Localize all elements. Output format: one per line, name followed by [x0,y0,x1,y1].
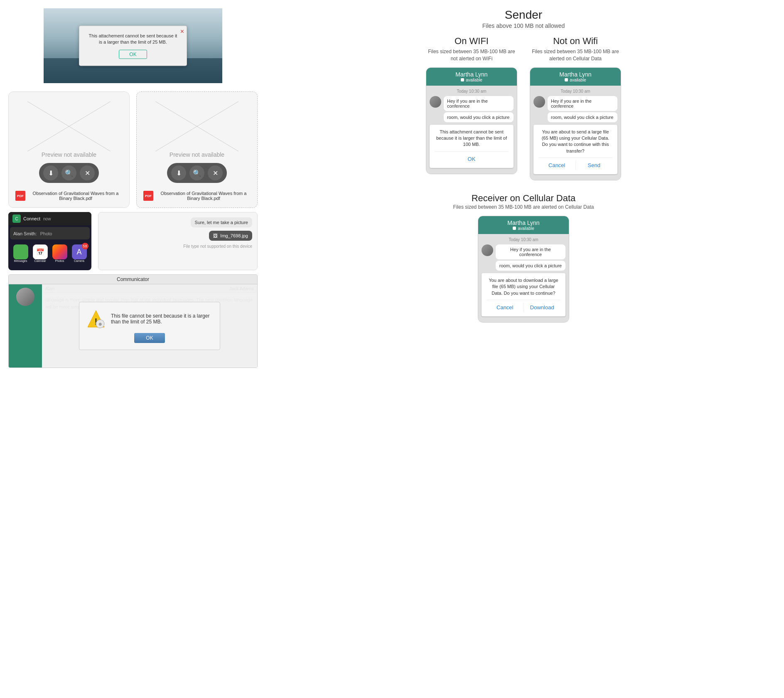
wifi-timestamp: Today 10:30 am [430,89,514,94]
communicator-title: Communicator [9,275,257,284]
search-button-1[interactable]: 🔍 [61,165,76,180]
communicator-error-message: This file cannot be sent because it is a… [111,313,213,325]
receiver-alert-divider [487,300,560,300]
receiver-status-label: available [518,226,534,231]
top-error-dialog: × This attachement cannot be sent becaus… [79,26,187,66]
add-contact-button[interactable]: + [17,352,29,363]
calendar-app-icon[interactable]: 📅 [33,244,48,259]
dialog-message: This attachement cannot be sent because … [88,33,178,46]
icon-bar-1: ⬇ 🔍 ✕ [39,163,99,183]
status-dot-cellular [565,78,568,81]
attachment-name: Img_7698.jpg [220,233,248,238]
wifi-chat-row-1: Hey if you are in the conference room, w… [430,96,514,122]
receiver-download-button[interactable]: Download [524,303,561,312]
calendar-label: Calendar [34,259,46,262]
receiver-contact-name: Martha Lynn [483,220,564,226]
notification-time: now [43,217,51,221]
receiver-chat-row-1: Hey if you are in the conference room, w… [482,244,565,271]
close-button-2[interactable]: ✕ [208,165,223,180]
status-dot-receiver [513,227,516,230]
receiver-subtitle: Files sized between 35 MB-100 MB are ale… [274,204,773,211]
notification-text: Connect now [23,216,51,221]
receiver-msg-1: Hey if you are in the conference [496,244,565,259]
cellular-cancel-button[interactable]: Cancel [538,160,575,170]
wifi-chat-avatar [430,96,441,108]
not-wifi-subtitle: Files sized between 35 MB-100 MB are ale… [530,48,621,62]
notification-phone: C Connect now Alan Smith: Photo Messages… [8,212,91,270]
attachment-icon: 🖼 [213,233,218,238]
wifi-alert-btn-row: OK [435,154,509,164]
not-wifi-title: Not on Wifi [553,36,598,47]
communicator-error-box: ! ⊕ This file cannot be sent because it … [79,302,220,350]
communicator-ok-button[interactable]: OK [134,333,165,343]
receiver-cancel-button[interactable]: Cancel [487,303,523,312]
preview-unavailable-label-1: Preview not available [42,151,96,158]
receiver-phone-mockup: Martha Lynn available Today 10:30 am Hey… [478,216,569,323]
preview-cross-lines-1 [15,101,123,151]
not-wifi-column: Not on Wifi Files sized between 35 MB-10… [530,36,621,180]
wifi-msg-1: Hey if you are in the conference [444,96,514,111]
dialog-ok-button[interactable]: OK [119,49,147,59]
user1-avatar [16,288,34,306]
messages-label: Messages [14,259,27,262]
cellular-phone-status: available [535,78,616,82]
wifi-phone-body: Today 10:30 am Hey if you are in the con… [426,86,517,174]
photos-label: Photos [55,259,64,262]
cellular-alert-btn-row: Cancel Send [538,160,612,170]
download-button-2[interactable]: ⬇ [171,165,186,180]
status-dot-wifi [461,78,464,81]
receiver-title: Receiver on Cellular Data [274,193,773,204]
receiver-alert-text: You are about to download a large file (… [487,277,560,296]
file-label-1: Observation of Gravitational Waves from … [29,191,123,201]
cellular-contact-name: Martha Lynn [535,71,616,78]
file-name-row-1: PDF Observation of Gravitational Waves f… [15,191,123,201]
wifi-phone-mockup: Martha Lynn available Today 10:30 am Hey… [426,67,517,174]
cellular-phone-body: Today 10:30 am Hey if you are in the con… [530,86,621,180]
preview-area-2: Preview not available ⬇ 🔍 ✕ [143,99,251,186]
cellular-chat-row-1: Hey if you are in the conference room, w… [533,96,617,122]
communicator-sidebar: + [9,284,42,367]
camera-label: Camera [74,259,84,262]
wifi-alert-divider [435,151,509,152]
receiver-chat-avatar [482,244,493,256]
chat-message-bubble: Sure, let me take a picture [191,217,252,227]
file-card-1: Preview not available ⬇ 🔍 ✕ PDF Observat… [8,91,130,208]
sender-header: Sender Files above 100 MB not allowed [274,8,773,29]
wifi-ok-button[interactable]: OK [435,154,509,164]
app-grid: Messages 📅 Calendar Photos A 58 Camera [8,241,91,266]
badge-count: 58 [82,243,88,249]
wifi-status-label: available [466,78,482,82]
warning-icon: ! ⊕ [86,309,106,329]
download-button-1[interactable]: ⬇ [43,165,58,180]
notification-bar: C Connect now [8,212,91,225]
receiver-timestamp: Today 10:30 am [482,237,565,242]
communicator-frame: Communicator + Alan Jack Adams [8,274,258,368]
dialog-close-button[interactable]: × [180,28,184,35]
type-label: Photo [40,231,52,236]
communicator-body: + Alan Jack Adams ! [9,284,257,367]
cellular-alert-divider [538,158,612,158]
messages-app-icon[interactable] [13,244,28,259]
cellular-chat-avatar [533,96,545,108]
pdf-icon-1: PDF [15,191,25,201]
chat-preview-small: Sure, let me take a picture 🖼 Img_7698.j… [98,212,258,270]
file-card-2: Preview not available ⬇ 🔍 ✕ PDF Observat… [136,91,258,208]
communicator-main: Alan Jack Adams ! ⊕ [42,284,257,367]
notification-area: C Connect now Alan Smith: Photo Messages… [8,212,258,270]
icon-bar-2: ⬇ 🔍 ✕ [167,163,227,183]
wifi-phone-status: available [431,78,512,82]
sender-title: Sender [274,8,773,22]
close-button-1[interactable]: ✕ [80,165,95,180]
photos-app-icon[interactable] [52,244,67,259]
on-wifi-subtitle: Files sized between 35 MB-100 MB are not… [426,48,517,62]
cellular-alert-dialog: You are about to send a large file (65 M… [533,125,617,175]
preview-unavailable-label-2: Preview not available [170,151,224,158]
unsupported-text: File type not supported on this device [183,244,252,249]
cellular-send-button[interactable]: Send [576,160,613,170]
preview-area-1: Preview not available ⬇ 🔍 ✕ [15,99,123,186]
file-cards-row: Preview not available ⬇ 🔍 ✕ PDF Observat… [8,91,258,208]
receiver-phone-header: Martha Lynn available [478,216,569,234]
cellular-timestamp: Today 10:30 am [533,89,617,94]
sender-subtitle: Files above 100 MB not allowed [274,22,773,29]
search-button-2[interactable]: 🔍 [189,165,204,180]
